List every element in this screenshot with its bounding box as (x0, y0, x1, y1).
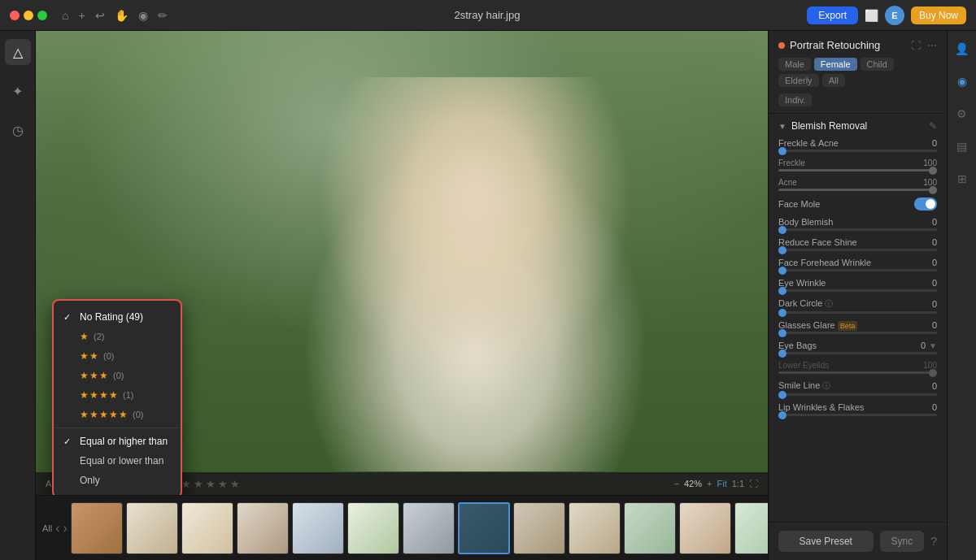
display-icon[interactable]: ⬜ (865, 9, 878, 22)
filter-3star[interactable]: ★★★ (0) (54, 366, 181, 385)
eye-wrinkle-slider[interactable] (778, 289, 937, 292)
freckle-acne-slider[interactable] (778, 150, 937, 152)
thumb-4[interactable] (237, 502, 289, 554)
canvas-area[interactable]: All ‹ › 52 photo(s) / 1 selected ★ ★ ★ ★… (36, 31, 768, 495)
thumb-7[interactable] (403, 502, 455, 554)
filmstrip-next[interactable]: › (63, 521, 68, 536)
portrait-icon[interactable]: 👤 (951, 37, 974, 60)
circle-dot-icon[interactable]: ◉ (951, 70, 974, 93)
face-mole-toggle[interactable] (914, 198, 937, 211)
panel-scroll[interactable]: ▼ Blemish Removal ✎ Freckle & Acne 0 Fre… (769, 114, 947, 522)
export-button[interactable]: Export (807, 7, 858, 24)
face-forehead-wrinkle-value: 0 (932, 258, 937, 267)
eye-bags-dropdown-arrow[interactable]: ▼ (929, 341, 937, 350)
zoom-minus[interactable]: − (674, 479, 679, 488)
reduce-face-shine-slider[interactable] (778, 249, 937, 251)
save-preset-button[interactable]: Save Preset (778, 531, 874, 552)
filter-5star[interactable]: ★★★★★ (0) (54, 405, 181, 424)
fullscreen-icon[interactable]: ⛶ (749, 479, 758, 488)
freckle-acne-row: Freckle & Acne 0 (778, 138, 937, 148)
count-1star: (2) (94, 332, 104, 341)
glasses-glare-slider[interactable] (778, 332, 937, 334)
thumb-1[interactable] (71, 502, 123, 554)
expand-icon[interactable]: ⛶ (911, 40, 921, 51)
toggle-knob (926, 199, 935, 209)
tab-male[interactable]: Male (778, 58, 811, 71)
freckle-label: Freckle (778, 158, 805, 167)
ratio-button[interactable]: 1:1 (732, 479, 744, 488)
smile-line-slider[interactable] (778, 393, 937, 396)
pen-icon[interactable]: ✏ (158, 9, 168, 22)
tab-child[interactable]: Child (861, 58, 894, 71)
history-icon[interactable]: ◷ (5, 117, 31, 143)
acne-slider[interactable] (778, 189, 937, 191)
star-3[interactable]: ★ (206, 478, 216, 490)
help-icon[interactable]: ? (930, 535, 937, 548)
edit-icon[interactable]: ✎ (929, 120, 937, 132)
buy-now-button[interactable]: Buy Now (911, 7, 966, 24)
lip-wrinkles-label: Lip Wrinkles & Flakes (778, 402, 865, 412)
more-icon[interactable]: ⋯ (927, 40, 937, 51)
thumb-selected[interactable] (458, 502, 510, 554)
star-5[interactable]: ★ (230, 478, 240, 490)
stars-1star: ★ (80, 331, 89, 342)
filter-2star[interactable]: ★★ (0) (54, 346, 181, 366)
sliders-icon[interactable]: ⚙ (951, 102, 974, 125)
thumb-5[interactable] (292, 502, 344, 554)
blemish-section: ▼ Blemish Removal ✎ Freckle & Acne 0 Fre… (769, 114, 947, 426)
star-1[interactable]: ★ (181, 478, 191, 490)
lower-eyelids-slider[interactable] (778, 371, 937, 374)
freckle-slider[interactable] (778, 169, 937, 171)
freckle-acne-label: Freckle & Acne (778, 138, 839, 148)
sync-button[interactable]: Sync (880, 531, 925, 552)
rating-stars[interactable]: ★ ★ ★ ★ ★ (181, 478, 240, 490)
star-2[interactable]: ★ (194, 478, 203, 490)
adjustments-icon[interactable]: △ (5, 39, 31, 65)
thumb-8[interactable] (513, 502, 565, 554)
filter-equal-lower[interactable]: Equal or lower than (54, 451, 181, 471)
filter-no-rating[interactable]: ✓ No Rating (49) (54, 307, 181, 327)
lip-wrinkles-slider[interactable] (778, 414, 937, 416)
maximize-dot[interactable] (37, 11, 47, 20)
thumb-9[interactable] (569, 502, 621, 554)
tab-all[interactable]: All (822, 74, 845, 87)
zoom-controls: − 42% + Fit 1:1 ⛶ (674, 479, 758, 488)
section-title[interactable]: ▼ Blemish Removal (778, 120, 867, 132)
filter-equal-higher[interactable]: ✓ Equal or higher than (54, 432, 181, 451)
filter-only[interactable]: Only (54, 471, 181, 490)
fit-button[interactable]: Fit (717, 479, 726, 488)
thumb-10[interactable] (624, 502, 676, 554)
face-forehead-wrinkle-label: Face Forehead Wrinkle (778, 258, 871, 267)
avatar[interactable]: E (885, 6, 904, 25)
add-icon[interactable]: + (78, 9, 85, 22)
thumb-6[interactable] (347, 502, 399, 554)
reduce-face-shine-row: Reduce Face Shine 0 (778, 237, 937, 247)
filter-1star[interactable]: ★ (2) (54, 327, 181, 346)
layers-icon[interactable]: ▤ (951, 135, 974, 158)
thumb-3[interactable] (181, 502, 233, 554)
filter-4star[interactable]: ★★★★ (1) (54, 385, 181, 405)
thumb-12[interactable] (734, 502, 768, 554)
filter-panel: ✓ No Rating (49) ★ (2) ★★ (0) (52, 299, 182, 495)
body-blemish-slider[interactable] (778, 228, 937, 231)
thumb-11[interactable] (679, 502, 731, 554)
tab-female[interactable]: Female (814, 58, 857, 71)
effects-icon[interactable]: ✦ (5, 78, 31, 104)
thumb-2[interactable] (126, 502, 178, 554)
zoom-plus[interactable]: + (707, 479, 712, 488)
grid-icon[interactable]: ⊞ (951, 167, 974, 190)
stamp-icon[interactable]: ◉ (138, 9, 148, 22)
star-4[interactable]: ★ (218, 478, 228, 490)
home-icon[interactable]: ⌂ (62, 9, 68, 22)
minimize-dot[interactable] (24, 11, 33, 20)
lip-wrinkles-value: 0 (932, 402, 937, 412)
face-forehead-wrinkle-slider[interactable] (778, 269, 937, 271)
indiv-tab[interactable]: Indiv. (778, 93, 812, 106)
dark-circle-slider[interactable] (778, 311, 937, 314)
pan-icon[interactable]: ✋ (115, 9, 129, 22)
tab-elderly[interactable]: Elderly (778, 74, 819, 87)
close-dot[interactable] (10, 11, 20, 20)
undo-icon[interactable]: ↩ (95, 9, 105, 22)
filmstrip-prev[interactable]: ‹ (55, 521, 59, 536)
eye-bags-slider[interactable] (778, 352, 937, 354)
